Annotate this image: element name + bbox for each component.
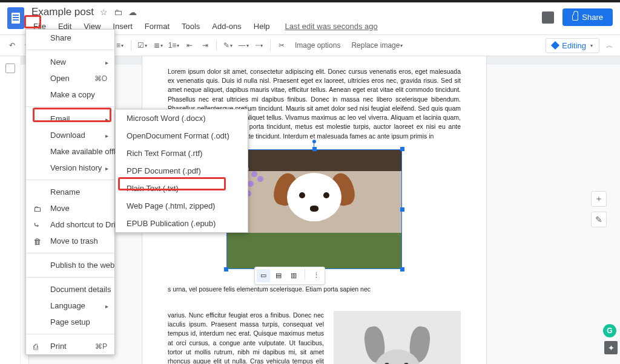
move-folder-icon[interactable]: 🗀: [114, 7, 122, 17]
crop-button[interactable]: ✂: [274, 38, 289, 53]
pencil-icon: [551, 41, 559, 50]
download-docx[interactable]: Microsoft Word (.docx): [116, 109, 248, 127]
add-comment-button[interactable]: ＋: [591, 191, 607, 207]
wrap-text-button[interactable]: ▤: [272, 269, 285, 282]
menu-item-trash[interactable]: 🗑Move to trash: [26, 233, 114, 249]
paragraph-2-right[interactable]: s urna, vel posuere felis elementum scel…: [168, 285, 461, 294]
outline-icon[interactable]: [5, 63, 15, 73]
folder-icon: 🗀: [33, 204, 42, 213]
border-dash-button[interactable]: ┄▾: [252, 38, 266, 53]
menu-item-version-history[interactable]: Version history▸: [26, 160, 114, 176]
share-label: Share: [582, 13, 603, 22]
resize-handle[interactable]: [400, 267, 404, 271]
print-icon: ⎙: [33, 342, 42, 351]
image-options-button[interactable]: Image options: [290, 41, 345, 50]
grammarly-icon[interactable]: G: [603, 324, 616, 337]
menu-item-make-copy[interactable]: Make a copy: [26, 86, 114, 103]
wrap-inline-button[interactable]: ▭: [257, 269, 270, 282]
menu-help[interactable]: Help: [252, 21, 272, 32]
doc-title[interactable]: Example post: [31, 6, 94, 18]
explore-button[interactable]: ✦: [604, 341, 618, 354]
menu-item-add-shortcut[interactable]: ⤷Add shortcut to Drive: [26, 216, 114, 233]
shortcut-icon: ⤷: [33, 221, 42, 229]
file-menu: Share New▸ Open⌘O Make a copy Email▸ Dow…: [25, 29, 115, 355]
undo-button[interactable]: ↶: [5, 38, 19, 53]
selected-image[interactable]: ▭ ▤ ▥ ⋮: [226, 149, 402, 269]
download-pdf[interactable]: PDF Document (.pdf): [116, 162, 248, 180]
menu-format[interactable]: Format: [143, 21, 171, 32]
trash-icon: 🗑: [33, 237, 42, 245]
editing-mode-button[interactable]: Editing ▾: [546, 38, 599, 53]
resize-handle[interactable]: [312, 147, 317, 151]
last-edit-link[interactable]: Last edit was seconds ago: [285, 22, 378, 31]
lock-icon: [572, 15, 578, 21]
resize-handle[interactable]: [400, 147, 404, 151]
menu-item-share[interactable]: Share: [26, 30, 114, 46]
menu-item-language[interactable]: Language▸: [26, 297, 114, 314]
share-button[interactable]: Share: [562, 8, 613, 26]
editing-label: Editing: [562, 41, 586, 50]
increase-indent-button[interactable]: ⇥: [198, 38, 213, 53]
comments-icon[interactable]: [542, 11, 554, 24]
border-color-button[interactable]: ✎▾: [220, 38, 235, 53]
resize-handle[interactable]: [400, 207, 404, 212]
collapse-toolbar-button[interactable]: ︿: [604, 40, 615, 51]
menu-item-rename[interactable]: Rename: [26, 184, 114, 200]
menu-item-print[interactable]: ⎙Print⌘P: [26, 338, 114, 354]
download-epub[interactable]: EPUB Publication (.epub): [116, 215, 248, 232]
image-wrap-toolbar: ▭ ▤ ▥ ⋮: [254, 267, 325, 285]
menu-item-details[interactable]: Document details: [26, 281, 114, 297]
replace-image-button[interactable]: Replace image▾: [346, 41, 407, 50]
download-txt[interactable]: Plain Text (.txt): [116, 180, 248, 197]
bulleted-list-button[interactable]: ≣▾: [151, 38, 165, 53]
menu-item-page-setup[interactable]: Page setup: [26, 314, 114, 330]
docs-logo[interactable]: [7, 7, 24, 29]
menu-addons[interactable]: Add-ons: [210, 21, 243, 32]
image-more-button[interactable]: ⋮: [309, 269, 323, 282]
menu-item-download[interactable]: Download▸: [26, 127, 114, 143]
menu-tools[interactable]: Tools: [180, 21, 202, 32]
suggest-edits-button[interactable]: ✎: [591, 212, 607, 227]
paragraph-2-left[interactable]: varius. Nunc efficitur feugiat eros a fi…: [168, 311, 324, 364]
menu-item-email[interactable]: Email▸: [26, 111, 114, 127]
checklist-button[interactable]: ☑▾: [135, 38, 150, 53]
download-submenu: Microsoft Word (.docx) OpenDocument Form…: [115, 109, 248, 233]
menu-item-new[interactable]: New▸: [26, 54, 114, 70]
menu-item-offline[interactable]: Make available offline: [26, 143, 114, 160]
download-html[interactable]: Web Page (.html, zipped): [116, 197, 248, 215]
second-image[interactable]: [334, 311, 461, 364]
resize-handle[interactable]: [224, 267, 228, 271]
border-weight-button[interactable]: —▾: [236, 38, 251, 53]
menu-item-open[interactable]: Open⌘O: [26, 70, 114, 86]
cloud-status-icon[interactable]: ☁: [128, 7, 137, 17]
decrease-indent-button[interactable]: ⇤: [182, 38, 197, 53]
rotate-handle[interactable]: [312, 140, 316, 143]
menu-item-publish[interactable]: Publish to the web: [26, 257, 114, 273]
menu-item-move[interactable]: 🗀Move: [26, 200, 114, 216]
download-rtf[interactable]: Rich Text Format (.rtf): [116, 145, 248, 162]
wrap-break-button[interactable]: ▥: [287, 269, 300, 282]
download-odt[interactable]: OpenDocument Format (.odt): [116, 127, 248, 145]
star-icon[interactable]: ☆: [100, 7, 108, 17]
numbered-list-button[interactable]: 1≡▾: [167, 38, 181, 53]
